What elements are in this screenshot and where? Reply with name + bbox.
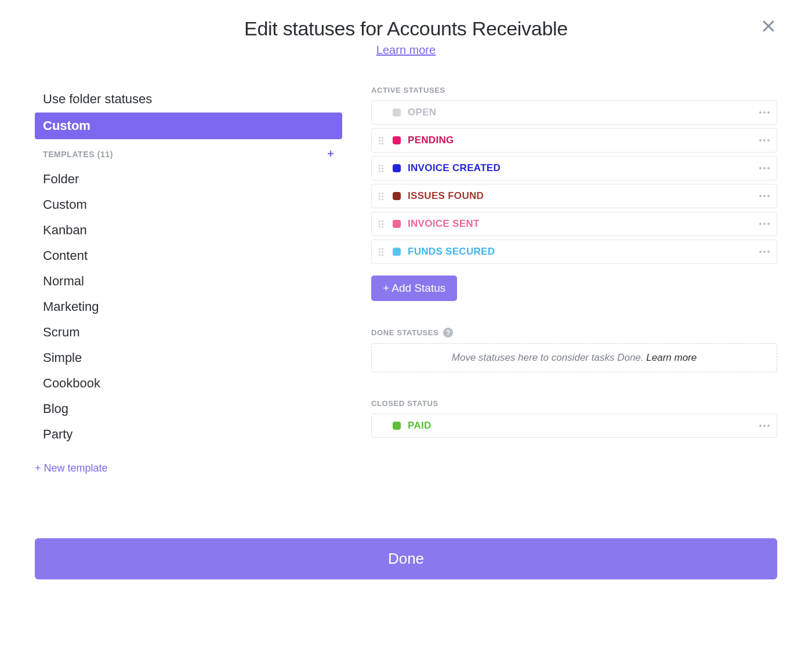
modal-header: Edit statuses for Accounts Receivable Le… xyxy=(35,17,777,57)
template-item-normal[interactable]: Normal xyxy=(35,269,342,294)
status-panel: ACTIVE STATUSES OPENPENDINGINVOICE CREAT… xyxy=(371,86,777,474)
learn-more-link[interactable]: Learn more xyxy=(376,43,436,56)
templates-header: TEMPLATES (11) + xyxy=(35,139,342,166)
template-item-custom[interactable]: Custom xyxy=(35,192,342,217)
status-color-swatch xyxy=(393,248,401,256)
closed-status-list: PAID xyxy=(371,414,777,438)
template-item-folder[interactable]: Folder xyxy=(35,166,342,192)
status-label: ISSUES FOUND xyxy=(408,190,484,202)
active-statuses-list: OPENPENDINGINVOICE CREATEDISSUES FOUNDIN… xyxy=(371,100,777,264)
status-row-paid[interactable]: PAID xyxy=(371,414,777,438)
template-item-content[interactable]: Content xyxy=(35,243,342,269)
add-status-button[interactable]: + Add Status xyxy=(371,275,457,301)
status-label: PENDING xyxy=(408,135,454,146)
drag-handle-icon[interactable] xyxy=(379,193,386,200)
more-options-icon[interactable] xyxy=(759,251,770,253)
drag-handle-icon[interactable] xyxy=(379,165,386,172)
status-row-issues[interactable]: ISSUES FOUND xyxy=(371,184,777,208)
done-statuses-label: DONE STATUSES ? xyxy=(371,328,777,338)
help-icon[interactable]: ? xyxy=(443,328,453,338)
templates-label: TEMPLATES (11) xyxy=(43,150,113,159)
status-color-swatch xyxy=(393,220,401,228)
edit-statuses-modal: Edit statuses for Accounts Receivable Le… xyxy=(0,0,812,597)
closed-status-section: CLOSED STATUS PAID xyxy=(371,399,777,438)
done-learn-more-link[interactable]: Learn more xyxy=(646,352,697,363)
status-row-open[interactable]: OPEN xyxy=(371,100,777,125)
status-label: INVOICE SENT xyxy=(408,218,480,230)
done-statuses-dropzone[interactable]: Move statuses here to consider tasks Don… xyxy=(371,343,777,372)
done-button[interactable]: Done xyxy=(35,538,777,579)
closed-status-label: CLOSED STATUS xyxy=(371,399,777,408)
status-label: INVOICE CREATED xyxy=(408,162,501,174)
sidebar: Use folder statuses Custom TEMPLATES (11… xyxy=(35,86,342,474)
close-icon xyxy=(760,17,777,35)
more-options-icon[interactable] xyxy=(759,139,770,142)
status-color-swatch xyxy=(393,164,401,172)
status-label: OPEN xyxy=(408,107,436,118)
status-label: PAID xyxy=(408,420,432,432)
template-item-scrum[interactable]: Scrum xyxy=(35,320,342,345)
more-options-icon[interactable] xyxy=(759,111,770,114)
template-item-blog[interactable]: Blog xyxy=(35,396,342,422)
more-options-icon[interactable] xyxy=(759,425,770,427)
close-button[interactable] xyxy=(760,17,777,37)
modal-footer: Done xyxy=(35,538,777,579)
active-statuses-label: ACTIVE STATUSES xyxy=(371,86,777,95)
templates-list: FolderCustomKanbanContentNormalMarketing… xyxy=(35,166,342,447)
more-options-icon[interactable] xyxy=(759,223,770,225)
status-label: FUNDS SECURED xyxy=(408,246,495,258)
template-item-simple[interactable]: Simple xyxy=(35,345,342,371)
drag-handle-icon[interactable] xyxy=(379,137,386,144)
custom-option-selected[interactable]: Custom xyxy=(35,113,342,139)
modal-body: Use folder statuses Custom TEMPLATES (11… xyxy=(35,86,777,474)
status-color-swatch xyxy=(393,192,401,200)
done-statuses-section: DONE STATUSES ? Move statuses here to co… xyxy=(371,328,777,372)
template-item-party[interactable]: Party xyxy=(35,422,342,447)
status-color-swatch xyxy=(393,422,401,430)
more-options-icon[interactable] xyxy=(759,167,770,169)
new-template-link[interactable]: + New template xyxy=(35,447,342,474)
done-drop-hint: Move statuses here to consider tasks Don… xyxy=(452,352,644,363)
status-row-funds[interactable]: FUNDS SECURED xyxy=(371,240,777,264)
status-row-pending[interactable]: PENDING xyxy=(371,128,777,153)
status-color-swatch xyxy=(393,108,401,117)
use-folder-statuses-option[interactable]: Use folder statuses xyxy=(35,86,342,113)
template-item-cookbook[interactable]: Cookbook xyxy=(35,371,342,396)
modal-title: Edit statuses for Accounts Receivable xyxy=(35,17,777,40)
status-row-sent[interactable]: INVOICE SENT xyxy=(371,212,777,236)
more-options-icon[interactable] xyxy=(759,195,770,197)
status-color-swatch xyxy=(393,136,401,144)
add-template-button[interactable]: + xyxy=(327,147,334,161)
template-item-kanban[interactable]: Kanban xyxy=(35,217,342,243)
template-item-marketing[interactable]: Marketing xyxy=(35,294,342,320)
status-row-invoice-created[interactable]: INVOICE CREATED xyxy=(371,156,777,180)
drag-handle-icon[interactable] xyxy=(379,248,386,256)
drag-handle-icon[interactable] xyxy=(379,220,386,228)
